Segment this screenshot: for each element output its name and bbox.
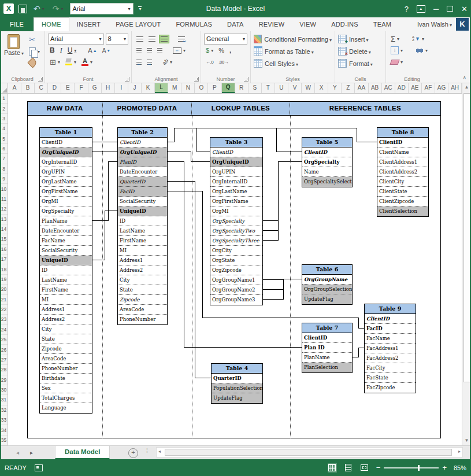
accounting-format-button[interactable]: $ [204,46,215,54]
column-header-R[interactable]: R [235,83,249,93]
font-color-button[interactable]: A [80,58,94,67]
decrease-decimal-button[interactable]: .00→ [217,59,230,65]
column-header-X[interactable]: X [315,83,328,93]
fill-color-button[interactable] [64,58,78,66]
horizontal-scrollbar[interactable]: ◂ ▸ [156,447,463,457]
new-sheet-button[interactable]: + [128,448,138,458]
tab-team[interactable]: TEAM [366,17,399,31]
customize-qat-button[interactable] [138,6,142,11]
column-header-AB[interactable]: AB [369,83,382,93]
copy-button[interactable] [27,47,42,56]
format-cells-button[interactable]: Format [338,57,383,69]
ribbon-display-options-button[interactable]: ▴ [417,5,425,13]
conditional-formatting-button[interactable]: Conditional Formatting [254,33,332,45]
alignment-dialog-launcher[interactable] [194,77,199,82]
font-dialog-launcher[interactable] [125,77,129,82]
sheet-nav-previous[interactable]: ◂ [16,446,19,459]
redo-button[interactable] [51,3,65,14]
section-band[interactable]: RAW DATAPROMOTED DATALOOKUP TABLESREFERE… [27,101,441,116]
font-size-dropdown[interactable]: 8 [106,34,128,45]
column-header-AG[interactable]: AG [435,83,448,93]
column-header-T[interactable]: T [262,83,275,93]
table-shape-table-5[interactable]: Table 5ClientIDOrgSpecialtyNameOrgSpecia… [302,137,353,187]
table-shape-table-6[interactable]: Table 6OrgGroupNameOrgGroupSelectionUpda… [302,264,353,305]
minimize-button[interactable]: ─ [433,5,439,13]
tab-review[interactable]: REVIEW [251,17,292,31]
column-header-AF[interactable]: AF [422,83,435,93]
cell-styles-button[interactable]: Cell Styles [254,57,332,69]
collapse-ribbon-button[interactable]: ∧ [462,75,466,80]
column-header-H[interactable]: H [102,83,115,93]
tab-page-layout[interactable]: PAGE LAYOUT [108,17,168,31]
table-shape-table-9[interactable]: Table 9ClientIDFacIDFacNameFacAddress1Fa… [364,304,416,393]
bottom-align-button[interactable] [159,35,169,43]
column-header-AA[interactable]: AA [355,83,368,93]
column-header-V[interactable]: V [288,83,302,93]
column-header-G[interactable]: G [88,83,102,93]
column-header-N[interactable]: N [181,83,195,93]
column-header-C[interactable]: C [35,83,48,93]
column-header-AH[interactable]: AH [448,83,462,93]
cut-button[interactable] [27,35,42,45]
table-shape-table-2[interactable]: Table 2ClientIDOrgUniqueIDPlanIDDateEnco… [117,127,168,325]
column-header-F[interactable]: F [75,83,88,93]
vertical-scroll-thumb[interactable] [463,93,470,382]
zoom-level[interactable]: 85% [454,464,466,471]
save-button[interactable] [18,5,27,13]
zoom-slider-thumb[interactable] [418,465,420,471]
format-painter-button[interactable] [27,58,42,67]
align-center-button[interactable] [145,47,154,54]
italic-button[interactable]: I [58,46,64,56]
select-all-corner[interactable] [0,83,8,94]
column-header-M[interactable]: M [168,83,181,93]
zoom-in-button[interactable]: + [442,464,447,471]
clipboard-dialog-launcher[interactable] [38,77,43,82]
table-shape-table-7[interactable]: Table 7ClientIDPlan IDPlanNamePlanSelect… [302,323,353,373]
fill-button[interactable]: ↓ [389,46,405,55]
qat-font-dropdown[interactable]: Arial [70,3,133,14]
number-format-dropdown[interactable]: General [204,34,247,45]
table-shape-table-8[interactable]: Table 8ClientIDClientNameClientAddress1C… [377,127,429,217]
table-shape-table-3[interactable]: Table 3ClientIDOrgUniqueIDOrgUPINOrgInte… [210,137,263,305]
column-header-L[interactable]: L [155,83,168,93]
top-align-button[interactable] [135,36,145,42]
tab-view[interactable]: VIEW [292,17,324,31]
find-select-button[interactable] [414,47,429,54]
maximize-button[interactable] [447,6,453,12]
column-header-Q[interactable]: Q [222,83,235,93]
macro-record-icon[interactable] [35,464,43,471]
decrease-indent-button[interactable] [135,59,143,65]
tab-file[interactable]: FILE [0,17,34,31]
delete-cells-button[interactable]: Delete [338,45,383,57]
tab-home[interactable]: HOME [34,17,69,31]
column-header-D[interactable]: D [48,83,61,93]
tab-insert[interactable]: INSERT [69,17,108,31]
format-as-table-button[interactable]: Format as Table [254,45,332,57]
table-shape-table-4[interactable]: Table 4QuarterIDPopulationSelectionUpdat… [211,363,263,404]
column-header-B[interactable]: B [21,83,35,93]
scroll-left-arrow[interactable]: ◂ [158,449,161,454]
sheet-tab-data-model[interactable]: Data Model [55,446,110,459]
close-button[interactable]: ✕ [461,5,468,13]
avatar[interactable]: K [456,18,469,31]
autosum-button[interactable]: Σ [389,34,401,44]
signed-in-user[interactable]: Ivan Walsh [417,21,452,28]
insert-cells-button[interactable]: Insert [338,33,383,45]
tab-formulas[interactable]: FORMULAS [168,17,220,31]
column-header-J[interactable]: J [128,83,142,93]
tab-add-ins[interactable]: ADD-INS [324,17,366,31]
help-button[interactable]: ? [405,5,409,13]
column-header-AE[interactable]: AE [409,83,422,93]
paste-button[interactable]: Paste [3,33,25,67]
comma-style-button[interactable]: , [228,46,233,54]
zoom-out-button[interactable]: − [376,464,381,471]
bold-button[interactable]: B [48,46,57,55]
column-header-AC[interactable]: AC [382,83,395,93]
column-header-W[interactable]: W [302,83,315,93]
column-header-AD[interactable]: AD [395,83,409,93]
increase-decimal-button[interactable]: ←.0 [204,59,215,65]
borders-button[interactable] [48,57,62,67]
column-header-S[interactable]: S [249,83,262,93]
font-name-dropdown[interactable]: Arial [48,34,104,45]
page-break-view-button[interactable] [360,463,369,473]
